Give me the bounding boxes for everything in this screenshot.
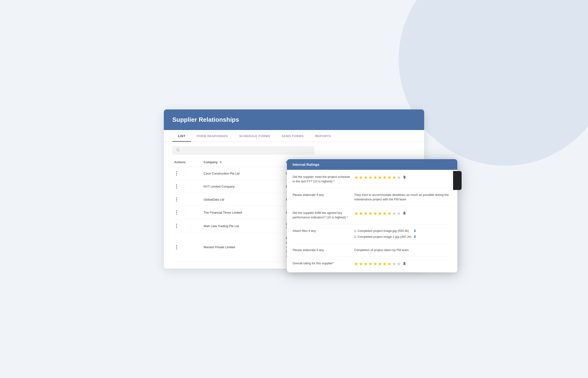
file-item-1: 1. Completed project image.jpg (500.4k) …	[354, 229, 416, 233]
kpi-star-7: ★	[382, 211, 387, 216]
card-header: Supplier Relationships	[164, 109, 424, 130]
rating-value-schedule: ★ ★ ★ ★ ★ ★ ★ ★ ★ ★ 9	[354, 175, 452, 180]
company-cell-3: The Financial Times Limited	[202, 206, 284, 219]
star-7: ★	[382, 175, 387, 180]
rating-row-schedule-elaborate: Please elaborate if any They tried to ac…	[293, 192, 452, 206]
popup-card: Internal Ratings Did the supplier meet t…	[287, 159, 457, 273]
overall-star-5: ★	[373, 261, 377, 267]
rating-value-overall: ★ ★ ★ ★ ★ ★ ★ ★ ★ ★ 8	[354, 261, 452, 267]
schedule-count: 9	[403, 175, 405, 179]
file-name-1: 1. Completed project image.jpg (500.4k)	[354, 229, 409, 233]
row-actions-btn-5[interactable]	[174, 244, 179, 250]
star-8: ★	[387, 175, 392, 180]
search-icon	[176, 148, 180, 153]
rating-value-kpi-elaborate: Completion of project taken by FM team	[354, 248, 452, 253]
rating-row-schedule: Did the supplier meet the project schedu…	[293, 175, 452, 188]
rating-label-kpi: Did the supplier fulfill the agreed key …	[293, 211, 354, 220]
kpi-count: 8	[403, 211, 405, 216]
overall-count: 8	[403, 262, 405, 266]
stars-kpi: ★ ★ ★ ★ ★ ★ ★ ★ ★ ★	[354, 211, 401, 216]
rating-value-files: 1. Completed project image.jpg (500.4k) …	[354, 229, 452, 239]
search-input[interactable]	[182, 148, 311, 152]
kpi-star-1: ★	[354, 211, 358, 216]
kpi-star-4: ★	[368, 211, 373, 216]
overall-star-10: ★	[397, 261, 401, 267]
kpi-star-10: ★	[397, 211, 401, 216]
search-bar-row	[164, 142, 424, 155]
row-actions-btn-0[interactable]	[174, 170, 179, 176]
elaborate-text-kpi: Completion of project taken by FM team	[354, 248, 409, 253]
kpi-star-9: ★	[392, 211, 396, 216]
overall-star-2: ★	[359, 261, 363, 267]
star-5: ★	[373, 175, 377, 180]
tabs-bar: LIST FORM RESPONSES SCHEDULE FORMS SEND …	[164, 130, 424, 142]
row-actions-btn-4[interactable]	[174, 223, 179, 229]
company-cell-2: GlobalData Ltd	[202, 193, 284, 206]
tab-list[interactable]: LIST	[172, 130, 191, 142]
overall-star-6: ★	[378, 261, 382, 267]
svg-line-1	[179, 150, 179, 151]
kpi-star-6: ★	[378, 211, 382, 216]
overall-star-9: ★	[392, 261, 396, 267]
tab-form-responses[interactable]: FORM RESPONSES	[191, 130, 234, 142]
file-item-2: 2. Completed project image 2.jpg (497.2k…	[354, 234, 416, 239]
row-actions-btn-3[interactable]	[174, 209, 179, 216]
star-1: ★	[354, 175, 358, 180]
tab-schedule-forms[interactable]: SCHEDULE FORMS	[234, 130, 276, 142]
overall-star-1: ★	[354, 261, 358, 267]
popup-body: Did the supplier meet the project schedu…	[287, 170, 457, 273]
popup-header: Internal Ratings	[287, 159, 457, 170]
file-list: 1. Completed project image.jpg (500.4k) …	[354, 229, 416, 239]
tab-reports[interactable]: REPORTS	[309, 130, 337, 142]
stars-schedule: ★ ★ ★ ★ ★ ★ ★ ★ ★ ★	[354, 175, 401, 180]
star-2: ★	[359, 175, 363, 180]
search-box	[172, 146, 314, 155]
overall-star-3: ★	[364, 261, 368, 267]
rating-row-overall: Overall rating for this supplier* ★ ★ ★ …	[293, 261, 452, 267]
rating-value-schedule-elaborate: They tried to accommodate deadlines as m…	[354, 192, 452, 202]
company-cell-1: NYT Limited Company	[202, 180, 284, 193]
page-title: Supplier Relationships	[172, 116, 239, 123]
kpi-star-5: ★	[373, 211, 377, 216]
star-10: ★	[397, 175, 401, 180]
col-actions: Actions	[172, 158, 202, 167]
download-icon-1[interactable]: ⬇	[413, 229, 416, 233]
popup-overlay: Internal Ratings Did the supplier meet t…	[287, 159, 457, 273]
download-icon-2[interactable]: ⬇	[413, 234, 416, 239]
overall-star-8: ★	[387, 261, 392, 267]
elaborate-text-schedule: They tried to accommodate deadlines as m…	[354, 192, 452, 202]
overall-star-4: ★	[368, 261, 373, 267]
rating-label-schedule: Did the supplier meet the project schedu…	[293, 175, 354, 184]
col-company: Company ⇅	[202, 158, 284, 167]
star-4: ★	[368, 175, 373, 180]
company-cell-4: Wah Liew Trading Pte Ltd	[202, 219, 284, 233]
main-card: Supplier Relationships LIST FORM RESPONS…	[164, 109, 424, 269]
kpi-star-2: ★	[359, 211, 363, 216]
rating-label-schedule-elaborate: Please elaborate if any	[293, 192, 354, 197]
phone-edge-decoration	[453, 171, 462, 190]
star-3: ★	[364, 175, 368, 180]
stars-overall: ★ ★ ★ ★ ★ ★ ★ ★ ★ ★	[354, 261, 401, 267]
rating-row-kpi: Did the supplier fulfill the agreed key …	[293, 211, 452, 224]
rating-row-kpi-elaborate: Please elaborate if any Completion of pr…	[293, 248, 452, 257]
company-cell-5: Mariant Private Limited	[202, 233, 284, 261]
background-circle	[399, 0, 588, 166]
file-name-2: 2. Completed project image 2.jpg (497.2k…	[354, 235, 411, 239]
kpi-star-3: ★	[364, 211, 368, 216]
tab-send-forms[interactable]: SEND FORMS	[276, 130, 309, 142]
rating-label-kpi-elaborate: Please elaborate if any	[293, 248, 354, 253]
star-9: ★	[392, 175, 396, 180]
kpi-star-8: ★	[387, 211, 392, 216]
rating-label-overall: Overall rating for this supplier*	[293, 261, 354, 266]
star-6: ★	[378, 175, 382, 180]
rating-label-files: Attach files if any	[293, 229, 354, 233]
company-sort-icon[interactable]: ⇅	[220, 161, 222, 164]
row-actions-btn-1[interactable]	[174, 183, 179, 189]
rating-value-kpi: ★ ★ ★ ★ ★ ★ ★ ★ ★ ★ 8	[354, 211, 452, 216]
overall-star-7: ★	[382, 261, 387, 267]
row-actions-btn-2[interactable]	[174, 196, 179, 202]
rating-row-files: Attach files if any 1. Completed project…	[293, 229, 452, 243]
company-cell-0: Cece Construction Pte Ltd	[202, 167, 284, 180]
